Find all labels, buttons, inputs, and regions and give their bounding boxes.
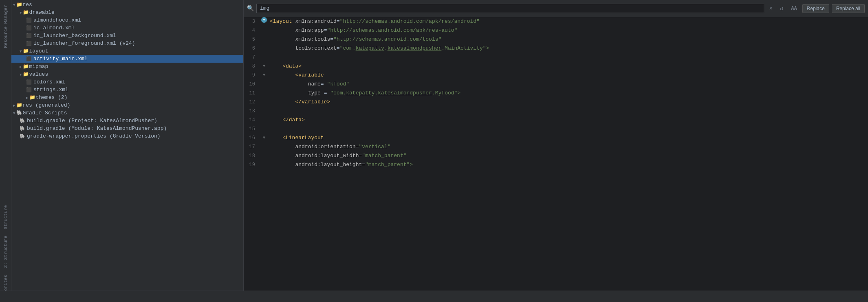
tree-item-layout[interactable]: 📁 layout: [11, 47, 243, 55]
code-line: 15: [244, 125, 868, 133]
line-number: 14: [244, 116, 260, 125]
tree-item-label: res (generated): [22, 102, 70, 108]
tree-item-label: drawable: [29, 9, 54, 15]
tree-item-res_gen[interactable]: 📁 res (generated): [11, 101, 243, 109]
sidebar-tab-structure[interactable]: Structure: [2, 202, 10, 232]
tree-item-label: strings.xml: [33, 87, 68, 93]
xml-file-icon: ⬛: [26, 40, 33, 46]
code-editor[interactable]: 3▼<layout xmlns:android="http://schemas.…: [244, 17, 868, 291]
line-content: android:orientation="vertical": [268, 142, 868, 151]
line-number: 7: [244, 53, 260, 62]
replace-all-button[interactable]: Replace all: [832, 4, 865, 13]
fold-icon[interactable]: ▼: [263, 133, 265, 142]
line-number: 3: [244, 17, 260, 26]
sidebar-tab-z-structure[interactable]: Z: Structure: [2, 232, 10, 271]
code-line: 5 xmlns:tools="http://schemas.android.co…: [244, 35, 868, 44]
code-line: 9▼ <variable: [244, 71, 868, 80]
tree-item-drawable[interactable]: 📁 drawable: [11, 9, 243, 16]
line-number: 12: [244, 98, 260, 107]
tree-item-label: mipmap: [29, 63, 48, 70]
tree-item-build_gradle_proj[interactable]: 🐘build.gradle (Project: KatesAlmondPushe…: [11, 117, 243, 125]
line-content: </variable>: [268, 98, 868, 107]
code-line: 7: [244, 53, 868, 62]
search-case-button[interactable]: AA: [788, 4, 800, 13]
tree-item-ic_launcher_background[interactable]: ⬛ic_launcher_background.xml: [11, 32, 243, 39]
line-number: 8: [244, 62, 260, 71]
folder-open-icon: [20, 48, 23, 54]
line-content: android:layout_width="match_parent": [268, 151, 868, 160]
folder-icon: 📁: [23, 9, 29, 15]
line-content: <variable: [268, 71, 868, 80]
tree-item-label: ic_launcher_foreground.xml (v24): [33, 40, 135, 46]
folder-icon: 🐘: [16, 110, 22, 116]
xml-file-icon: ⬛: [26, 25, 33, 31]
tree-item-label: build.gradle (Module: KatesAlmondPusher.…: [27, 125, 167, 131]
logcat-bar[interactable]: [0, 291, 868, 302]
code-line: 16▼ <LinearLayout: [244, 133, 868, 142]
line-gutter: ▼: [260, 62, 268, 71]
tree-item-themes[interactable]: 📁 themes (2): [11, 94, 243, 101]
sidebar-tab-resource-manager[interactable]: Resource Manager: [2, 2, 10, 51]
tree-item-build_gradle_mod[interactable]: 🐘build.gradle (Module: KatesAlmondPusher…: [11, 125, 243, 132]
tree-item-gradle_more[interactable]: 🐘gradle-wrapper.properties (Gradle Versi…: [11, 132, 243, 140]
tree-item-label: res: [22, 2, 32, 8]
xml-file-icon: ⬛: [26, 56, 33, 62]
xml-file-icon: ⬛: [26, 79, 33, 85]
code-line: 17 android:orientation="vertical": [244, 142, 868, 151]
line-gutter: ▼: [260, 17, 268, 23]
search-input[interactable]: [256, 4, 764, 13]
code-line: 8▼ <data>: [244, 62, 868, 71]
search-refresh-button[interactable]: ↺: [778, 4, 786, 13]
tree-item-activity_main[interactable]: ⬛activity_main.xml: [11, 55, 243, 63]
line-number: 5: [244, 35, 260, 44]
folder-closed-icon: [26, 94, 29, 101]
tree-item-mipmap[interactable]: 📁 mipmap: [11, 63, 243, 70]
line-number: 10: [244, 80, 260, 89]
code-line: 18 android:layout_width="match_parent": [244, 151, 868, 160]
code-line: 13: [244, 107, 868, 116]
line-content: <data>: [268, 62, 868, 71]
code-line: 12 </variable>: [244, 98, 868, 107]
folder-icon: 📁: [29, 94, 35, 101]
tree-item-strings[interactable]: ⬛strings.xml: [11, 86, 243, 94]
folder-closed-icon: [13, 102, 16, 108]
folder-open-icon: [20, 71, 23, 77]
file-tree: 📁 res📁 drawable⬛almondchoco.xml⬛ic_almon…: [11, 0, 244, 302]
left-vertical-tabs: Resource Manager Structure Z: Structure …: [0, 0, 11, 302]
code-line: 14 </data>: [244, 116, 868, 125]
tree-item-res[interactable]: 📁 res: [11, 1, 243, 9]
editor-area: 🔍 × ↺ AA Replace Replace all 3▼<layout x…: [244, 0, 868, 302]
line-content: android:layout_height="match_parent">: [268, 160, 868, 169]
line-content: tools:context="com.katepatty.katesalmond…: [268, 44, 868, 53]
line-number: 16: [244, 133, 260, 142]
folder-icon: 📁: [23, 63, 29, 70]
fold-icon[interactable]: ▼: [263, 71, 265, 80]
line-number: 6: [244, 44, 260, 53]
xml-file-icon: ⬛: [26, 33, 33, 39]
tree-item-colors[interactable]: ⬛colors.xml: [11, 78, 243, 86]
tree-item-gradle_scripts[interactable]: 🐘 Gradle Scripts: [11, 109, 243, 117]
code-line: 19 android:layout_height="match_parent">: [244, 160, 868, 169]
fold-icon[interactable]: ▼: [263, 62, 265, 71]
folder-open-icon: [13, 2, 16, 8]
folder-open-icon: [20, 9, 23, 15]
tree-item-ic_almond[interactable]: ⬛ic_almond.xml: [11, 24, 243, 32]
search-icon: 🔍: [247, 5, 254, 12]
xml-file-icon: ⬛: [26, 17, 33, 23]
code-line: 4 xmlns:app="http://schemas.android.com/…: [244, 26, 868, 35]
tree-item-almondchoco[interactable]: ⬛almondchoco.xml: [11, 16, 243, 24]
replace-button[interactable]: Replace: [802, 4, 829, 13]
search-close-button[interactable]: ×: [767, 4, 775, 13]
fold-icon[interactable]: ▼: [261, 17, 267, 23]
search-bar: 🔍 × ↺ AA Replace Replace all: [244, 0, 868, 17]
tree-item-values[interactable]: 📁 values: [11, 70, 243, 78]
tree-item-ic_launcher_foreground[interactable]: ⬛ic_launcher_foreground.xml (v24): [11, 39, 243, 47]
folder-icon: 📁: [23, 71, 29, 77]
line-content: name= "kFood": [268, 80, 868, 89]
line-number: 9: [244, 71, 260, 80]
gradle-file-icon: 🐘: [20, 118, 27, 124]
tree-item-label: ic_launcher_background.xml: [33, 33, 116, 39]
gradle-file-icon: 🐘: [20, 125, 27, 131]
folder-icon: 📁: [23, 48, 29, 54]
tree-item-label: activity_main.xml: [33, 56, 88, 62]
